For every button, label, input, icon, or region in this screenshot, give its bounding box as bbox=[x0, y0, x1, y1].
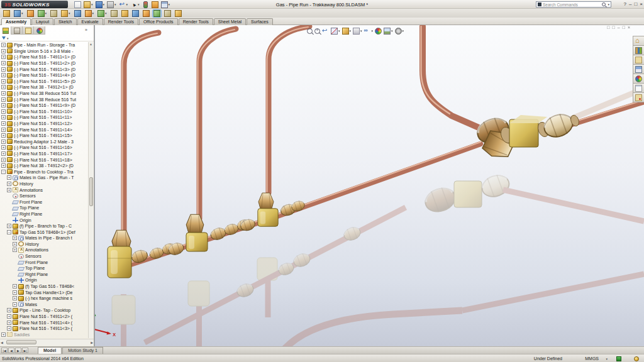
tree-filter-bar[interactable]: ▾ bbox=[0, 35, 94, 41]
view-palette-tab[interactable] bbox=[633, 64, 644, 74]
expand-toggle[interactable]: + bbox=[1, 91, 6, 96]
dropdown-caret-icon[interactable]: ▾ bbox=[92, 11, 94, 15]
tree-item-flare-nut-38-t4912-1-d[interactable]: +(-) Flare Nut 38 - T4912<1> (D bbox=[0, 84, 89, 90]
expand-toggle[interactable]: − bbox=[1, 170, 6, 174]
zoom-to-area-button[interactable] bbox=[314, 26, 321, 35]
tree-item-mates[interactable]: +Mates bbox=[0, 302, 89, 308]
tree-item-top-plane[interactable]: +Top Plane bbox=[0, 265, 89, 272]
display-style-button[interactable]: ▾ bbox=[352, 26, 363, 35]
tab-evaluate[interactable]: Evaluate bbox=[77, 18, 103, 25]
show-hidden-components-button[interactable] bbox=[73, 9, 82, 18]
tee-fitting[interactable] bbox=[186, 233, 208, 251]
tree-item-flare-nut-516-t4911-10[interactable]: +(-) Flare Nut 516 - T4911<10> bbox=[0, 109, 89, 115]
expand-toggle[interactable]: + bbox=[1, 163, 6, 168]
search-caret-icon[interactable]: ▾ bbox=[608, 3, 609, 6]
view-orientation-button[interactable]: ▾ bbox=[341, 26, 352, 35]
tree-item-origin[interactable]: +Origin bbox=[0, 277, 89, 283]
bill-of-materials-button[interactable] bbox=[120, 9, 130, 18]
configuration-manager-tab[interactable] bbox=[23, 26, 34, 35]
expand-toggle[interactable]: + bbox=[1, 85, 6, 89]
expand-toggle[interactable]: + bbox=[1, 151, 6, 156]
tree-item-flare-nut-516-t4911-4-d[interactable]: +(-) Flare Nut 516 - T4911<4> (D bbox=[0, 72, 89, 79]
tree-item-flare-nut-516-t4911-3[interactable]: +Flare Nut 516 - T4911<3> ( bbox=[0, 326, 89, 332]
document-recovery-tab[interactable] bbox=[633, 92, 644, 102]
tree-item-flare-nut-516-t4911-11[interactable]: +(-) Flare Nut 516 - T4911<11> bbox=[0, 114, 89, 121]
tree-item-flare-nut-516-t4911-1-d[interactable]: +(-) Flare Nut 516 - T4911<1> (D bbox=[0, 54, 89, 60]
tree-item-single-union-5-16-x-3-8-male[interactable]: +Single Union 5-16 x 3-8 Male - bbox=[0, 48, 89, 55]
tree-item-flare-nut-516-t4911-14[interactable]: +(-) Flare Nut 516 - T4911<14> bbox=[0, 126, 89, 133]
expand-toggle[interactable]: + bbox=[1, 103, 6, 107]
panel-overflow-chevron[interactable]: » bbox=[85, 28, 87, 32]
restore-left-button[interactable]: □ bbox=[607, 25, 609, 30]
tree-item-top-plane[interactable]: +Top Plane bbox=[0, 205, 89, 211]
close-button[interactable]: × bbox=[628, 25, 630, 30]
tab-sheet-metal[interactable]: Sheet Metal bbox=[214, 18, 246, 25]
tree-item-flare-nut-38-reduce-516-tut[interactable]: +(-) Flare Nut 38 Reduce 516 Tut bbox=[0, 90, 89, 97]
tree-item-tap-gas-516-t8468-1-def[interactable]: −Tap Gas 516 T8468<1> (Def bbox=[0, 229, 89, 235]
next-view-button[interactable]: ▶ bbox=[15, 348, 21, 353]
expand-toggle[interactable]: + bbox=[1, 43, 6, 47]
scrollbar-thumb[interactable] bbox=[6, 340, 36, 344]
expand-toggle[interactable]: + bbox=[1, 49, 6, 53]
tree-item-flare-nut-516-t4911-18[interactable]: +(-) Flare Nut 516 - T4911<18> bbox=[0, 156, 89, 163]
tree-item-history[interactable]: +History bbox=[0, 241, 89, 248]
units-caret-icon[interactable]: ▾ bbox=[606, 357, 608, 361]
interference-detection-button[interactable] bbox=[152, 9, 162, 18]
tree-item-flare-nut-516-t4911-3-d[interactable]: +(-) Flare Nut 516 - T4911<3> (D bbox=[0, 66, 89, 72]
tree-item-front-plane[interactable]: +Front Plane bbox=[0, 259, 89, 265]
tab-sketch[interactable]: Sketch bbox=[54, 18, 76, 25]
tree-item-pipe-branch-to-cooktop-tra[interactable]: −Pipe - Branch to Cooktop - Tra bbox=[0, 168, 89, 175]
tree-item-flare-nut-516-t4911-2-d[interactable]: +(-) Flare Nut 516 - T4911<2> (D bbox=[0, 60, 89, 67]
tree-item-reducing-adaptor-1-2-male-3[interactable]: +Reducing Adaptor 1-2 Male - 3 bbox=[0, 139, 89, 145]
new-motion-study-button[interactable] bbox=[109, 9, 119, 18]
expand-toggle[interactable]: + bbox=[13, 302, 17, 307]
filter-funnel-icon[interactable] bbox=[2, 36, 6, 40]
insert-components-button[interactable]: ▾ bbox=[13, 9, 25, 18]
search-icon[interactable] bbox=[602, 3, 606, 6]
edit-component-button[interactable] bbox=[2, 9, 11, 18]
tree-item-pipe-main-run-storage-tra[interactable]: +Pipe - Main Run - Storage - Tra bbox=[0, 42, 89, 48]
expand-toggle[interactable]: + bbox=[1, 97, 6, 102]
doc-tab-model[interactable]: Model bbox=[38, 347, 62, 354]
expand-toggle[interactable]: + bbox=[13, 296, 17, 300]
dropdown-caret-icon[interactable]: ▾ bbox=[338, 29, 340, 33]
custom-properties-tab[interactable] bbox=[633, 83, 644, 93]
expand-toggle[interactable]: + bbox=[7, 224, 11, 228]
appearances-scenes-tab[interactable] bbox=[633, 74, 644, 84]
apply-scene-button[interactable]: ▾ bbox=[383, 26, 394, 35]
tree-item-pipe-line-tap-cooktop[interactable]: +Pipe - Line- Tap - Cooktop bbox=[0, 307, 89, 314]
smart-fasteners-button[interactable] bbox=[49, 9, 58, 18]
tab-layout[interactable]: Layout bbox=[31, 18, 53, 25]
restore-right-button[interactable]: □ bbox=[613, 25, 615, 30]
reference-geometry-button[interactable]: ▾ bbox=[96, 9, 108, 18]
property-manager-tab[interactable] bbox=[11, 26, 23, 35]
expand-toggle[interactable]: − bbox=[7, 230, 11, 234]
quick-tips-icon[interactable] bbox=[634, 356, 639, 361]
tree-item-annotations[interactable]: +Annotations bbox=[0, 187, 89, 193]
expand-toggle[interactable]: + bbox=[1, 145, 6, 150]
zoom-to-fit-button[interactable] bbox=[306, 26, 313, 35]
dropdown-caret-icon[interactable]: ▾ bbox=[21, 11, 23, 15]
expand-toggle[interactable]: + bbox=[1, 332, 6, 337]
elbow-fitting[interactable] bbox=[108, 246, 131, 278]
hide-show-items-button[interactable]: ▾ bbox=[364, 26, 374, 35]
mate-button[interactable] bbox=[26, 9, 35, 18]
help-button[interactable]: ? bbox=[624, 1, 626, 8]
expand-toggle[interactable]: + bbox=[1, 140, 6, 144]
tag-editor-icon[interactable] bbox=[616, 356, 621, 361]
tree-item-right-plane[interactable]: +Right Plane bbox=[0, 211, 89, 217]
dropdown-caret-icon[interactable]: ▾ bbox=[350, 29, 352, 33]
large-assembly-mode-button[interactable] bbox=[174, 9, 183, 18]
feature-tree-tab[interactable] bbox=[0, 26, 11, 35]
expand-toggle[interactable]: + bbox=[1, 158, 6, 162]
search-commands-box[interactable]: Search Commands ▾ bbox=[536, 1, 611, 8]
exploded-view-button[interactable] bbox=[131, 9, 140, 18]
close-button[interactable]: × bbox=[640, 1, 643, 8]
expand-toggle[interactable]: + bbox=[13, 290, 17, 295]
minimize-button[interactable]: – bbox=[618, 25, 620, 30]
dropdown-caret-icon[interactable]: ▾ bbox=[402, 29, 404, 33]
edit-appearance-button[interactable] bbox=[374, 26, 382, 35]
scrollbar-thumb[interactable] bbox=[89, 177, 93, 206]
assembly-features-button[interactable]: ▾ bbox=[84, 9, 96, 18]
previous-view-button[interactable]: ◀ bbox=[8, 348, 14, 353]
